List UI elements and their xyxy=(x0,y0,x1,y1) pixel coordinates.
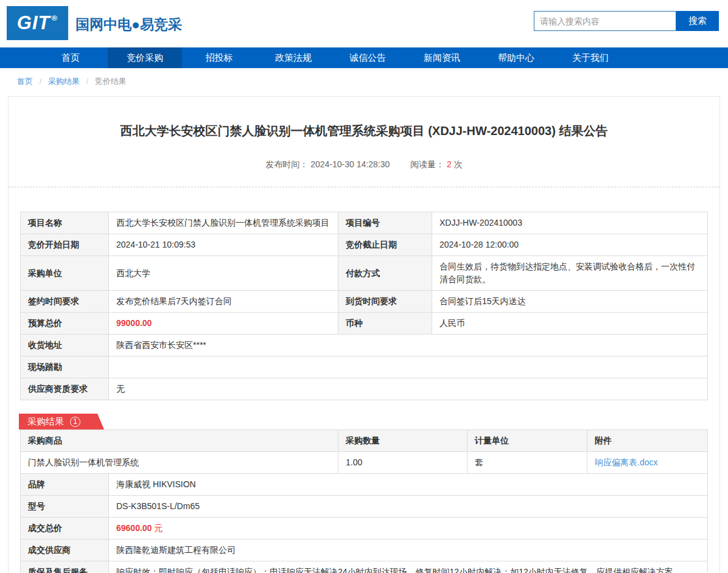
item-unit: 套 xyxy=(467,452,587,474)
publish-time-label: 发布时间： xyxy=(265,159,308,169)
search-button[interactable]: 搜索 xyxy=(676,11,719,31)
page-title: 西北大学长安校区门禁人脸识别一体机管理系统采购项目 (XDJJ-HW-20241… xyxy=(9,122,719,139)
info-value: 海康威视 HIKVISION xyxy=(109,474,708,496)
info-value: 西北大学 xyxy=(109,256,338,291)
project-info-table: 项目名称 西北大学长安校区门禁人脸识别一体机管理系统采购项目 项目编号 XDJJ… xyxy=(20,212,708,400)
info-label: 质保及售后服务 xyxy=(21,561,109,573)
info-value: DS-K3B501S-L/Dm65 xyxy=(109,496,708,518)
nav-item-home[interactable]: 首页 xyxy=(33,47,108,68)
table-row: 型号 DS-K3B501S-L/Dm65 xyxy=(21,496,708,518)
info-label: 竞价截止日期 xyxy=(338,234,432,256)
table-row: 供应商资质要求 无 xyxy=(21,378,708,400)
info-label: 竞价开始日期 xyxy=(21,234,109,256)
info-value: 合同生效后，待货物到达指定地点、安装调试验收合格后，一次性付清合同货款。 xyxy=(432,256,708,291)
info-label: 项目编号 xyxy=(338,212,432,234)
info-value: 人民币 xyxy=(432,313,708,335)
search-box: 搜索 xyxy=(534,11,719,31)
table-row: 采购单位 西北大学 付款方式 合同生效后，待货物到达指定地点、安装调试验收合格后… xyxy=(21,256,708,291)
info-value: 陕西隆乾迪斯建筑工程有限公司 xyxy=(109,540,708,561)
info-label: 成交总价 xyxy=(21,518,109,540)
table-row: 现场踏勘 xyxy=(21,356,708,378)
search-input[interactable] xyxy=(534,11,676,31)
table-row: 成交总价 69600.00 元 xyxy=(21,518,708,540)
info-value: 西北大学长安校区门禁人脸识别一体机管理系统采购项目 xyxy=(109,212,338,234)
table-row: 收货地址 陕西省西安市长安区**** xyxy=(21,335,708,356)
table-row: 品牌 海康威视 HIKVISION xyxy=(21,474,708,496)
info-label: 供应商资质要求 xyxy=(21,378,109,400)
breadcrumb-separator: / xyxy=(86,77,89,86)
info-label: 签约时间要求 xyxy=(21,291,109,313)
nav-item-about-us[interactable]: 关于我们 xyxy=(553,47,628,68)
breadcrumb-current: 竞价结果 xyxy=(95,77,127,86)
info-label: 采购单位 xyxy=(21,256,109,291)
info-value: 2024-10-21 10:09:53 xyxy=(109,234,338,256)
column-header: 采购商品 xyxy=(21,430,338,452)
article-meta: 发布时间： 2024-10-30 14:28:30 阅读量： 2 次 xyxy=(9,159,719,170)
info-label: 项目名称 xyxy=(21,212,109,234)
info-value: 响应时效：即时响应（包括电话响应）；电话响应无法解决24小时内到达现场。修复时间… xyxy=(109,561,708,573)
info-label: 现场踏勘 xyxy=(21,356,109,378)
info-label: 付款方式 xyxy=(338,256,432,291)
result-table: 采购商品 采购数量 计量单位 附件 门禁人脸识别一体机管理系统 1.00 套 响… xyxy=(20,429,708,573)
info-value: 合同签订后15天内送达 xyxy=(432,291,708,313)
badge-count: 1 xyxy=(70,417,80,427)
breadcrumb: 首页 / 采购结果 / 竞价结果 xyxy=(0,68,728,94)
info-value: 发布竞价结果后7天内签订合同 xyxy=(109,291,338,313)
table-row: 预算总价 99000.00 币种 人民币 xyxy=(21,313,708,335)
deal-total-price: 69600.00 元 xyxy=(109,518,708,540)
nav-item-news[interactable]: 新闻资讯 xyxy=(405,47,479,68)
item-quantity: 1.00 xyxy=(338,452,467,474)
table-header-row: 采购商品 采购数量 计量单位 附件 xyxy=(21,430,708,452)
info-label: 品牌 xyxy=(21,474,109,496)
view-count-unit: 次 xyxy=(454,159,463,169)
publish-time-value: 2024-10-30 14:28:30 xyxy=(310,159,390,169)
content-card: 西北大学长安校区门禁人脸识别一体机管理系统采购项目 (XDJJ-HW-20241… xyxy=(8,96,720,573)
info-value: 2024-10-28 12:00:00 xyxy=(432,234,708,256)
info-value: 无 xyxy=(109,378,708,400)
nav-item-help-center[interactable]: 帮助中心 xyxy=(479,47,553,68)
breadcrumb-separator: / xyxy=(40,77,42,86)
breadcrumb-link-home[interactable]: 首页 xyxy=(17,77,33,86)
table-row: 门禁人脸识别一体机管理系统 1.00 套 响应偏离表.docx xyxy=(21,452,708,474)
nav-item-bidding-purchase[interactable]: 竞价采购 xyxy=(108,47,182,68)
budget-total-price: 99000.00 xyxy=(109,313,338,335)
table-row: 成交供应商 陕西隆乾迪斯建筑工程有限公司 xyxy=(21,540,708,561)
nav-item-policy[interactable]: 政策法规 xyxy=(256,47,331,68)
info-value xyxy=(109,356,708,378)
registered-mark-icon: ® xyxy=(52,13,58,23)
nav-item-tender[interactable]: 招投标 xyxy=(182,47,256,68)
table-row: 质保及售后服务 响应时效：即时响应（包括电话响应）；电话响应无法解决24小时内到… xyxy=(21,561,708,573)
git-logo[interactable]: GIT® xyxy=(7,6,68,40)
info-label: 成交供应商 xyxy=(21,540,109,561)
column-header: 计量单位 xyxy=(467,430,587,452)
table-row: 竞价开始日期 2024-10-21 10:09:53 竞价截止日期 2024-1… xyxy=(21,234,708,256)
info-label: 到货时间要求 xyxy=(338,291,432,313)
table-row: 签约时间要求 发布竞价结果后7天内签订合同 到货时间要求 合同签订后15天内送达 xyxy=(21,291,708,313)
column-header: 采购数量 xyxy=(338,430,467,452)
nav-item-integrity-notice[interactable]: 诚信公告 xyxy=(331,47,405,68)
info-label: 币种 xyxy=(338,313,432,335)
view-count-label: 阅读量： xyxy=(410,159,444,169)
info-label: 收货地址 xyxy=(21,335,109,356)
procurement-result-badge: 采购结果 1 xyxy=(19,414,104,429)
attachment-link[interactable]: 响应偏离表.docx xyxy=(595,457,657,467)
badge-label: 采购结果 xyxy=(27,416,64,428)
info-value: 陕西省西安市长安区**** xyxy=(109,335,708,356)
info-label: 预算总价 xyxy=(21,313,109,335)
view-count-value: 2 xyxy=(447,159,452,169)
column-header: 附件 xyxy=(587,430,708,452)
item-attachment: 响应偏离表.docx xyxy=(587,452,708,474)
breadcrumb-link-procurement-results[interactable]: 采购结果 xyxy=(48,77,80,86)
logo-text: GIT® xyxy=(17,12,58,34)
item-name: 门禁人脸识别一体机管理系统 xyxy=(21,452,338,474)
site-header: GIT® 国网中电●易竞采 搜索 xyxy=(0,0,728,47)
site-title: 国网中电●易竞采 xyxy=(75,15,182,34)
info-value: XDJJ-HW-202410003 xyxy=(432,212,708,234)
table-row: 项目名称 西北大学长安校区门禁人脸识别一体机管理系统采购项目 项目编号 XDJJ… xyxy=(21,212,708,234)
dashed-divider xyxy=(9,187,719,187)
info-label: 型号 xyxy=(21,496,109,518)
main-nav: 首页 竞价采购 招投标 政策法规 诚信公告 新闻资讯 帮助中心 关于我们 xyxy=(0,47,728,68)
